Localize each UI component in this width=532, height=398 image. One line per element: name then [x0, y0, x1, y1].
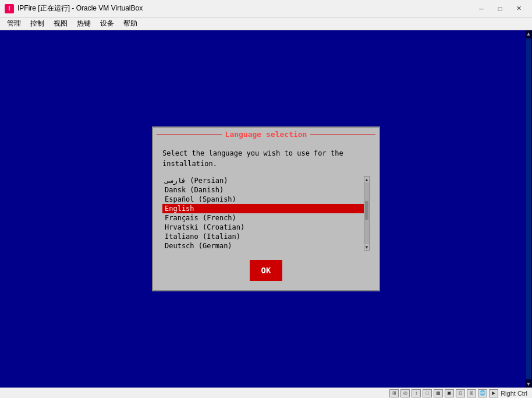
status-icon-8: ⊞ — [467, 389, 476, 397]
language-scrollbar[interactable]: ▲ ▼ — [364, 176, 370, 251]
right-ctrl-label: Right Ctrl — [501, 390, 527, 397]
scrollbar-up-arrow[interactable]: ▲ — [364, 177, 369, 182]
language-item[interactable]: Deutsch (German) — [162, 241, 364, 251]
language-item[interactable]: Hrvatski (Croatian) — [162, 223, 364, 232]
scrollbar-thumb[interactable] — [365, 201, 368, 220]
language-list[interactable]: فارسی (Persian)Dansk (Danish)Español (Sp… — [162, 176, 364, 251]
maximize-button[interactable]: □ — [491, 2, 509, 15]
language-item[interactable]: Español (Spanish) — [162, 195, 364, 204]
language-item[interactable]: Dansk (Danish) — [162, 185, 364, 195]
menu-item-管理[interactable]: 管理 — [2, 17, 26, 30]
language-selection-dialog: Language selection Select the language y… — [152, 126, 380, 291]
app-icon: I — [5, 4, 14, 13]
status-icon-5: ▦ — [434, 389, 443, 397]
statusbar: ⊞ ◎ ↕ □ ▦ ▣ ⊡ ⊞ 🌐 ▶ Right Ctrl — [0, 388, 532, 398]
scrollbar-down-arrow[interactable]: ▼ — [364, 244, 369, 250]
menu-item-视图[interactable]: 视图 — [49, 17, 72, 30]
dialog-title: Language selection — [225, 130, 307, 139]
status-icon-10: ▶ — [489, 389, 498, 397]
vm-scroll-down[interactable]: ▼ — [525, 381, 532, 388]
dialog-titlebar: Language selection — [153, 128, 379, 141]
status-icons: ⊞ ◎ ↕ □ ▦ ▣ ⊡ ⊞ 🌐 ▶ — [389, 389, 498, 397]
window-title: IPFire [正在运行] - Oracle VM VirtualBox — [17, 3, 473, 13]
vm-scroll-thumb[interactable] — [526, 38, 531, 379]
dialog-description: Select the language you wish to use for … — [162, 148, 370, 169]
language-list-container: فارسی (Persian)Dansk (Danish)Español (Sp… — [162, 176, 370, 251]
close-button[interactable]: ✕ — [510, 2, 527, 15]
status-icon-6: ▣ — [445, 389, 454, 397]
minimize-button[interactable]: ─ — [473, 2, 490, 15]
language-item[interactable]: Italiano (Italian) — [162, 232, 364, 241]
scrollbar-track[interactable] — [364, 182, 369, 244]
language-item[interactable]: English — [162, 204, 364, 213]
menu-item-控制[interactable]: 控制 — [26, 17, 49, 30]
menu-item-帮助[interactable]: 帮助 — [119, 17, 142, 30]
window-controls: ─ □ ✕ — [473, 2, 527, 15]
vm-scrollbar[interactable]: ▲ ▼ — [525, 30, 532, 388]
status-icon-4: □ — [423, 389, 432, 397]
vm-viewport[interactable]: Language selection Select the language y… — [0, 30, 532, 388]
language-item[interactable]: فارسی (Persian) — [162, 176, 364, 185]
ok-button-container: OK — [162, 260, 370, 281]
status-icon-2: ◎ — [400, 389, 410, 397]
status-icon-3: ↕ — [412, 389, 421, 397]
vm-scroll-up[interactable]: ▲ — [525, 30, 532, 37]
status-icon-9: 🌐 — [478, 389, 487, 397]
ok-button[interactable]: OK — [250, 260, 282, 281]
menu-item-热键[interactable]: 热键 — [72, 17, 95, 30]
menubar: 管理控制视图热键设备帮助 — [0, 17, 532, 30]
status-icon-1: ⊞ — [389, 389, 399, 397]
language-item[interactable]: Français (French) — [162, 213, 364, 223]
dialog-content: Select the language you wish to use for … — [153, 141, 379, 290]
menu-item-设备[interactable]: 设备 — [95, 17, 119, 30]
status-icon-7: ⊡ — [456, 389, 465, 397]
titlebar: I IPFire [正在运行] - Oracle VM VirtualBox ─… — [0, 0, 532, 17]
